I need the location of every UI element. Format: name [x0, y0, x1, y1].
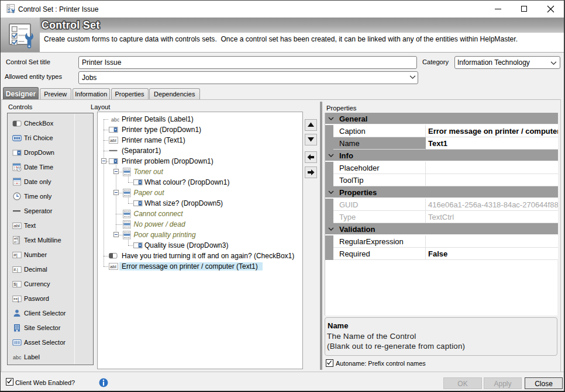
svg-text:abl: abl — [110, 138, 116, 143]
svg-text:abc: abc — [111, 116, 119, 122]
svg-text:#.|: #.| — [13, 268, 18, 272]
svg-text:abl: abl — [13, 223, 20, 228]
svg-text:#|: #| — [13, 252, 18, 258]
svg-text:cl: cl — [14, 240, 16, 244]
svg-text:**|: **| — [13, 297, 19, 303]
svg-text:$|: $| — [13, 282, 18, 287]
svg-text:abl: abl — [110, 264, 116, 269]
svg-text:abc: abc — [13, 355, 22, 360]
